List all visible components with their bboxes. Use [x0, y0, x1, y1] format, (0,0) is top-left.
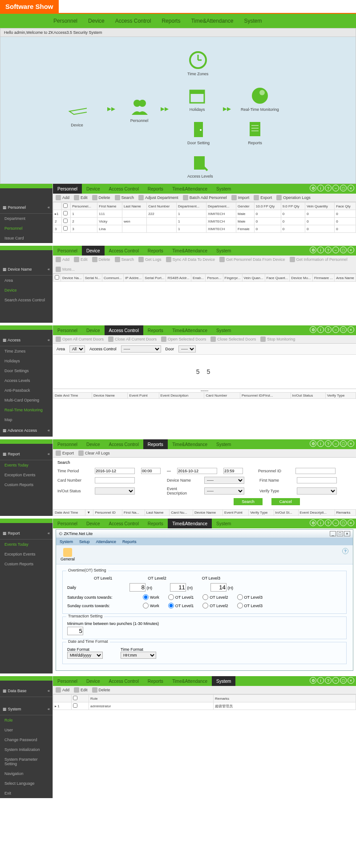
tb-open-selected-doors[interactable]: Open Selected Doors	[161, 337, 206, 342]
sidebar-item-personnel[interactable]: Personnel	[0, 223, 53, 233]
tab-reports[interactable]: Reports	[143, 676, 168, 686]
sidebar-item-department[interactable]: Department	[0, 214, 53, 223]
sidebar-item-user[interactable]: User	[0, 725, 53, 735]
radio-otlevel2[interactable]	[202, 603, 208, 608]
sidebar-item-device[interactable]: Device	[0, 285, 53, 295]
tb-search[interactable]: Search	[115, 195, 134, 200]
tab-personnel[interactable]: Personnel	[53, 439, 82, 449]
tab-accesscontrol[interactable]: Access Control	[105, 184, 143, 194]
col-header[interactable]: 9.0 FP Qty	[281, 203, 305, 210]
col-header[interactable]: Communi...	[102, 274, 123, 282]
sidebar-group-report2[interactable]: ▦ Report«	[0, 527, 53, 539]
sidebar-item-time-zones[interactable]: Time Zones	[0, 346, 53, 356]
sidebar-item-map[interactable]: Map	[0, 415, 53, 425]
col-header[interactable]: Card Nu...	[170, 510, 193, 516]
close-icon[interactable]: ×	[348, 440, 354, 447]
tb-clear-all-logs[interactable]: Clear All Logs	[78, 450, 110, 456]
row-checkbox[interactable]	[73, 703, 77, 708]
max-icon[interactable]: □	[340, 677, 347, 684]
sidebar-item-system-parameter-setting[interactable]: System Parameter Setting	[0, 754, 53, 769]
edesc-select[interactable]: -----	[204, 487, 244, 495]
tb-batch-add-personnel[interactable]: Batch Add Personnel	[183, 195, 227, 200]
help-icon[interactable]: ?	[325, 677, 332, 684]
col-header[interactable]: RS485 Addr...	[166, 274, 191, 282]
tb-get-information-of-personnel[interactable]: Get Information of Personnel	[290, 257, 348, 262]
gear-icon[interactable]: ⚙	[310, 677, 316, 684]
search-button[interactable]: Search	[234, 498, 263, 505]
col-header[interactable]: Personnel ID/First...	[240, 393, 291, 399]
tab-personnel[interactable]: Personnel	[53, 519, 82, 528]
col-header[interactable]: Verify Type	[249, 510, 274, 516]
radio-work[interactable]	[143, 594, 149, 600]
col-header[interactable]: Gender	[236, 203, 255, 210]
tab-accesscontrol[interactable]: Access Control	[105, 325, 143, 335]
col-header[interactable]: Device Name	[92, 393, 127, 399]
sidebar-item-role[interactable]: Role	[0, 715, 53, 725]
tab-device[interactable]: Device	[82, 325, 105, 335]
close-icon[interactable]: ×	[348, 326, 354, 333]
time2-input[interactable]	[223, 468, 243, 474]
min-icon[interactable]: −	[332, 326, 339, 333]
general-icon[interactable]	[63, 548, 72, 557]
tab-reports[interactable]: Reports	[143, 519, 168, 528]
tab-personnel[interactable]: Personnel	[53, 246, 82, 256]
info-icon[interactable]: i	[317, 677, 324, 684]
col-header[interactable]: Face Quant...	[265, 274, 290, 282]
col-header[interactable]: Last Name	[122, 203, 147, 210]
date2-input[interactable]	[177, 468, 217, 474]
help-icon[interactable]: ?	[325, 440, 332, 447]
tab-timeattendance[interactable]: Time&Attendance	[168, 184, 212, 194]
col-header[interactable]: Event Description	[159, 393, 204, 399]
card-input[interactable]	[95, 477, 135, 483]
close-icon[interactable]: ×	[348, 247, 354, 253]
sidebar-item-custom-reports[interactable]: Custom Reports	[0, 480, 53, 490]
info-icon[interactable]: i	[317, 519, 324, 526]
tb-export[interactable]: Export	[56, 450, 74, 456]
tb-edit[interactable]: Edit	[74, 687, 88, 693]
door-select[interactable]: -----	[178, 345, 196, 353]
radio-otlevel1[interactable]	[168, 603, 174, 608]
tab-system[interactable]: System	[212, 519, 235, 528]
tab-reports[interactable]: Reports	[143, 246, 168, 256]
tab-accesscontrol[interactable]: Access Control	[105, 246, 143, 256]
tab-device[interactable]: Device	[82, 246, 105, 256]
tab-accesscontrol[interactable]: Access Control	[105, 439, 143, 449]
col-header[interactable]: Card Number	[204, 393, 240, 399]
col-header[interactable]: Face Qty	[335, 203, 356, 210]
radio-otlevel3[interactable]	[237, 603, 243, 608]
ot1-input[interactable]	[129, 583, 146, 592]
ot3-input[interactable]	[210, 583, 227, 592]
col-header[interactable]	[61, 203, 71, 210]
help-icon[interactable]: ?	[342, 548, 348, 554]
sidebar-group-sys[interactable]: ▦ System«	[0, 703, 53, 715]
col-header[interactable]: Event Point	[128, 393, 159, 399]
col-header[interactable]: First Na...	[122, 510, 145, 516]
sidebar-item-navigation[interactable]: Navigation	[0, 769, 53, 779]
col-header[interactable]: Personnel...	[71, 203, 97, 210]
tb-stop-monitoring[interactable]: Stop Monitoring	[260, 337, 295, 342]
tab-reports[interactable]: Reports	[143, 439, 168, 449]
sidebar-group-personnel[interactable]: ▦ Personnel«	[0, 202, 53, 214]
date1-input[interactable]	[95, 468, 135, 474]
ac-select[interactable]: -----	[121, 345, 161, 353]
col-header[interactable]: Remarks	[335, 510, 356, 516]
tab-device[interactable]: Device	[82, 519, 105, 528]
col-header[interactable]: In/Out St...	[274, 510, 298, 516]
tb-import[interactable]: Import	[231, 195, 250, 200]
col-header[interactable]: Remarks	[214, 695, 356, 702]
min-icon[interactable]: −	[332, 185, 339, 191]
tb-get-logs[interactable]: Get Logs	[138, 257, 162, 262]
gear-icon[interactable]: ⚙	[310, 519, 316, 526]
tb-add[interactable]: Add	[56, 257, 69, 262]
col-header[interactable]: Device Name	[193, 510, 223, 516]
nav-system[interactable]: System	[244, 18, 262, 24]
tb-edit[interactable]: Edit	[74, 195, 88, 200]
checkbox-all[interactable]	[73, 696, 77, 700]
info-icon[interactable]: i	[317, 440, 324, 447]
sidebar-item-real-time-monitoring[interactable]: Real-Time Monitoring	[0, 405, 53, 415]
sidebar-item-exit[interactable]: Exit	[0, 788, 53, 798]
tab-reports[interactable]: Reports	[143, 184, 168, 194]
sidebar-item-change-password[interactable]: Change Password	[0, 735, 53, 745]
min-icon[interactable]: −	[332, 519, 339, 526]
tb-open-all-current-doors[interactable]: Open All Current Doors	[56, 337, 104, 342]
